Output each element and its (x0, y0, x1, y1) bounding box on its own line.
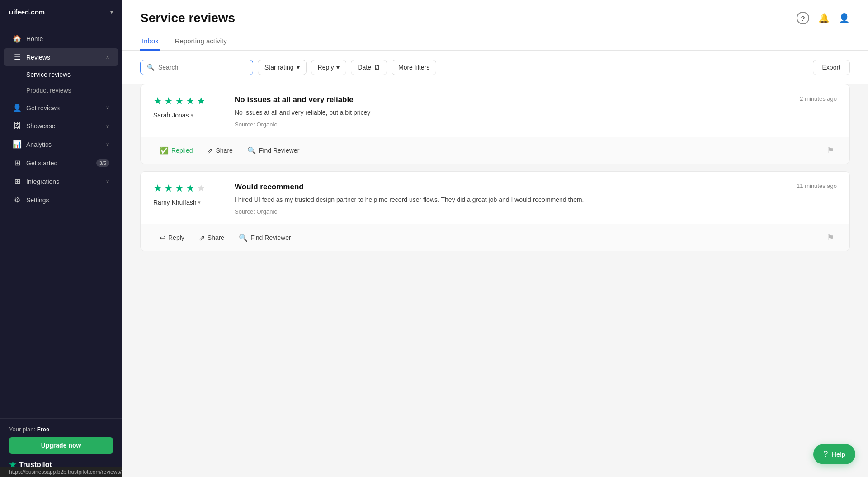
tab-reporting-activity[interactable]: Reporting activity (173, 33, 229, 51)
reviews-icon: ☰ (13, 53, 22, 61)
sidebar-item-reviews-label: Reviews (26, 54, 50, 61)
star-2: ★ (164, 95, 173, 107)
check-circle-icon: ✅ (160, 146, 169, 155)
showcase-chevron-icon: ∨ (106, 123, 109, 129)
reviewer-name-text: Ramy Khuffash (153, 199, 196, 206)
star-2: ★ (164, 182, 173, 194)
upgrade-button[interactable]: Upgrade now (9, 437, 113, 454)
sidebar-item-integrations[interactable]: ⊞ Integrations ∨ (4, 173, 118, 190)
home-icon: 🏠 (13, 34, 22, 43)
flag-icon: ⚑ (827, 233, 834, 242)
get-started-icon: ⊞ (13, 159, 22, 167)
brand-chevron-icon: ▾ (110, 9, 113, 15)
reviews-list: ★ ★ ★ ★ ★ Sarah Jonas ▾ No issues at all… (122, 84, 868, 477)
date-filter[interactable]: Date 🗓 (351, 60, 387, 75)
flag-icon: ⚑ (827, 146, 834, 155)
star-rating: ★ ★ ★ ★ ★ (153, 95, 226, 107)
brand-name: uifeed.com (9, 8, 45, 16)
sidebar-item-settings-label: Settings (26, 196, 49, 204)
find-reviewer-button[interactable]: 🔍 Find Reviewer (241, 143, 306, 158)
review-card: ★ ★ ★ ★ ★ Sarah Jonas ▾ No issues at all… (140, 84, 850, 164)
star-rating-filter[interactable]: Star rating ▾ (258, 60, 307, 75)
user-account-icon[interactable]: 👤 (839, 13, 850, 23)
sidebar-brand[interactable]: uifeed.com ▾ (0, 0, 122, 24)
sidebar-item-home[interactable]: 🏠 Home (4, 30, 118, 47)
help-fab-label: Help (831, 450, 845, 458)
sidebar-item-settings[interactable]: ⚙ Settings (4, 191, 118, 209)
review-content: Would recommend I hired UI feed as my tr… (235, 182, 788, 215)
sidebar-item-service-reviews[interactable]: Service reviews (4, 67, 118, 82)
more-filters-label: More filters (398, 64, 429, 71)
export-button[interactable]: Export (813, 60, 850, 75)
review-title: Would recommend (235, 182, 788, 192)
reply-label: Reply (168, 234, 184, 241)
main-content: Service reviews ? 🔔 👤 Inbox Reporting ac… (122, 0, 868, 477)
replied-button[interactable]: ✅ Replied (153, 143, 199, 158)
search-input[interactable] (158, 64, 246, 71)
help-fab-button[interactable]: ? Help (813, 444, 855, 464)
integrations-chevron-icon: ∨ (106, 178, 109, 184)
notifications-icon[interactable]: 🔔 (818, 13, 830, 23)
find-reviewer-button[interactable]: 🔍 Find Reviewer (232, 230, 297, 245)
find-reviewer-icon: 🔍 (247, 146, 256, 155)
main-header: Service reviews ? 🔔 👤 (122, 0, 868, 33)
sidebar-item-get-started[interactable]: ⊞ Get started 3/5 (4, 154, 118, 172)
tab-inbox-label: Inbox (142, 37, 159, 45)
share-icon: ⇗ (207, 146, 213, 155)
review-card: ★ ★ ★ ★ ★ Ramy Khuffash ▾ Would recommen… (140, 171, 850, 251)
sidebar-item-showcase[interactable]: 🖼 Showcase ∨ (4, 117, 118, 135)
review-top: ★ ★ ★ ★ ★ Sarah Jonas ▾ No issues at all… (153, 95, 837, 128)
star-5: ★ (197, 95, 206, 107)
sidebar-item-home-label: Home (26, 35, 43, 42)
showcase-icon: 🖼 (13, 122, 22, 130)
review-body: ★ ★ ★ ★ ★ Sarah Jonas ▾ No issues at all… (141, 84, 849, 137)
flag-button[interactable]: ⚑ (824, 230, 837, 245)
filters-bar: 🔍 Star rating ▾ Reply ▾ Date 🗓 More filt… (122, 51, 868, 84)
calendar-icon: 🗓 (374, 64, 380, 71)
star-rating-label: Star rating (264, 64, 294, 71)
page-title: Service reviews (140, 11, 235, 25)
star-1: ★ (153, 95, 162, 107)
sidebar-item-get-reviews[interactable]: 👤 Get reviews ∨ (4, 99, 118, 117)
reviewer-name[interactable]: Sarah Jonas ▾ (153, 112, 226, 119)
date-filter-label: Date (358, 64, 371, 71)
find-reviewer-label: Find Reviewer (259, 147, 299, 154)
star-5: ★ (197, 182, 206, 194)
star-3: ★ (175, 182, 184, 194)
sidebar-item-get-started-label: Get started (26, 159, 57, 167)
plan-text: Your plan: Free (9, 426, 113, 433)
get-reviews-chevron-icon: ∨ (106, 105, 109, 111)
status-bar: https://businessapp.b2b.trustpilot.com/r… (0, 467, 122, 477)
service-reviews-label: Service reviews (26, 71, 71, 78)
sidebar-item-get-reviews-label: Get reviews (26, 104, 60, 112)
share-button[interactable]: ⇗ Share (201, 143, 239, 158)
find-reviewer-label: Find Reviewer (250, 234, 291, 241)
reviewer-name[interactable]: Ramy Khuffash ▾ (153, 199, 226, 206)
flag-button[interactable]: ⚑ (824, 143, 837, 158)
share-label: Share (216, 147, 232, 154)
more-filters-button[interactable]: More filters (392, 60, 436, 75)
replied-label: Replied (171, 147, 193, 154)
star-4: ★ (186, 182, 195, 194)
reply-filter[interactable]: Reply ▾ (311, 60, 347, 75)
help-circle-icon[interactable]: ? (797, 12, 809, 24)
reply-filter-chevron-icon: ▾ (336, 64, 340, 71)
sidebar: uifeed.com ▾ 🏠 Home ☰ Reviews ∧ Service … (0, 0, 122, 477)
share-button[interactable]: ⇗ Share (193, 230, 231, 245)
integrations-icon: ⊞ (13, 177, 22, 186)
review-source: Source: Organic (235, 208, 788, 215)
sidebar-item-product-reviews[interactable]: Product reviews (4, 83, 118, 98)
review-text: I hired UI feed as my trusted design par… (235, 195, 788, 205)
review-body: ★ ★ ★ ★ ★ Ramy Khuffash ▾ Would recommen… (141, 172, 849, 224)
review-time: 11 minutes ago (797, 182, 837, 189)
search-box[interactable]: 🔍 (140, 60, 253, 75)
sidebar-item-analytics-label: Analytics (26, 141, 52, 148)
reply-button[interactable]: ↩ Reply (153, 230, 191, 245)
sidebar-item-reviews[interactable]: ☰ Reviews ∧ (4, 48, 118, 66)
tab-reporting-label: Reporting activity (175, 37, 227, 45)
sidebar-item-analytics[interactable]: 📊 Analytics ∨ (4, 136, 118, 153)
reviewer-chevron-icon: ▾ (198, 200, 201, 206)
reply-icon: ↩ (160, 234, 165, 242)
tab-inbox[interactable]: Inbox (140, 33, 160, 51)
search-icon: 🔍 (147, 64, 155, 71)
